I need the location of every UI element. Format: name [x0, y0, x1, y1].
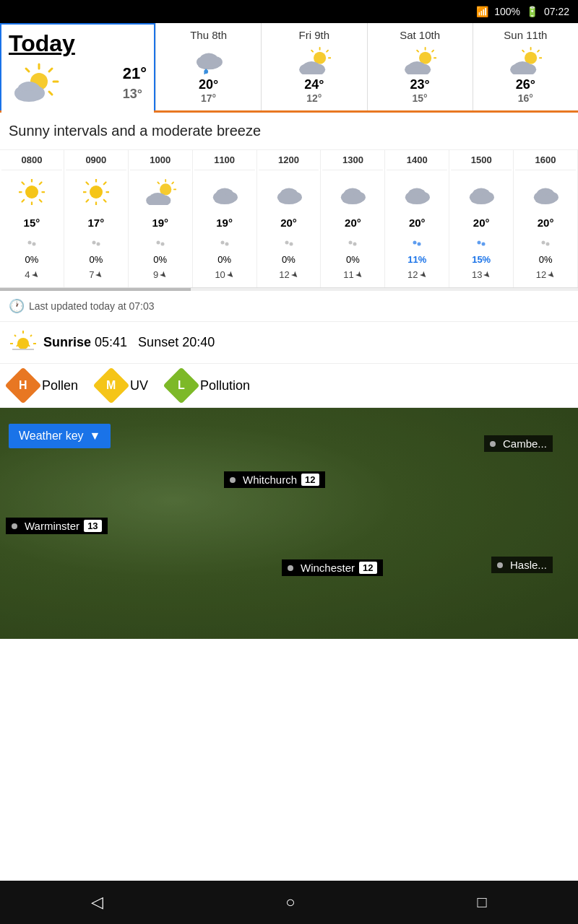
- svg-line-4: [49, 92, 52, 95]
- hour-rain-pct: 15%: [451, 253, 512, 266]
- day-high: 23°: [372, 77, 468, 92]
- weather-description: Sunny intervals and a moderate breeze: [0, 113, 578, 150]
- indicator-pollution[interactable]: L Pollution: [168, 372, 250, 398]
- map-city-name: Warminster: [25, 520, 79, 532]
- today-card[interactable]: Today 21° 13°: [0, 23, 155, 110]
- svg-point-111: [546, 243, 550, 246]
- wind-arrow: ➤: [353, 269, 365, 281]
- today-low: 13°: [123, 85, 147, 103]
- forecast-day-0[interactable]: Thu 8th 20° 17°: [155, 23, 261, 110]
- svg-line-117: [14, 335, 16, 336]
- svg-point-75: [160, 243, 164, 246]
- svg-point-64: [96, 243, 100, 246]
- svg-point-110: [542, 241, 545, 245]
- forecast-header: Today 21° 13°: [0, 23, 578, 113]
- hour-col-1100: 1100 19° 0% 10 ➤: [193, 150, 257, 287]
- hour-wind: 7 ➤: [66, 266, 126, 283]
- wind-arrow: ➤: [288, 269, 301, 281]
- hour-icon: [515, 170, 576, 214]
- hour-temp: 20°: [259, 214, 319, 232]
- indicator-uv[interactable]: M UV: [98, 372, 148, 398]
- map-city-dot: [230, 477, 236, 483]
- today-high: 21°: [123, 63, 147, 85]
- svg-point-103: [471, 196, 492, 205]
- wind-arrow: ➤: [93, 269, 105, 281]
- hour-rain-pct: 0%: [66, 253, 126, 266]
- last-updated-text: Last updated today at 07:03: [29, 300, 155, 312]
- hour-wind: 10 ➤: [194, 266, 255, 283]
- hour-temp: 20°: [515, 214, 576, 232]
- hour-label: 1000: [130, 154, 191, 170]
- svg-point-104: [478, 241, 481, 245]
- hour-icon: [259, 170, 319, 214]
- hour-label: 1600: [515, 154, 576, 170]
- svg-point-52: [27, 241, 31, 245]
- svg-line-56: [104, 183, 106, 185]
- battery-label: 100%: [494, 6, 520, 17]
- map-area[interactable]: Warminster 13 Whitchurch 12 Winchester 1…: [0, 408, 578, 639]
- svg-line-67: [172, 183, 173, 184]
- last-updated: 🕐 Last updated today at 07:03: [0, 291, 578, 322]
- svg-point-81: [225, 243, 228, 246]
- hour-label: 1400: [387, 154, 447, 170]
- hour-wind: 12 ➤: [259, 266, 319, 283]
- back-button[interactable]: ◁: [91, 893, 103, 912]
- svg-point-74: [156, 241, 160, 245]
- hour-label: 0800: [1, 154, 62, 170]
- map-city-value: 12: [359, 562, 376, 574]
- pollution-label: Pollution: [200, 378, 250, 393]
- forecast-day-3[interactable]: Sun 11th 26° 16°: [473, 23, 578, 110]
- day-low: 16°: [478, 92, 574, 104]
- svg-point-98: [413, 241, 417, 245]
- nav-bar: ◁ ○ □: [0, 881, 578, 924]
- hour-icon: [194, 170, 255, 214]
- svg-line-47: [40, 200, 42, 202]
- hour-temp: 19°: [194, 214, 255, 232]
- svg-line-60: [86, 200, 88, 202]
- hour-rain-icon: [322, 232, 383, 253]
- hour-col-1600: 1600 20° 0% 12 ➤: [514, 150, 578, 287]
- pollen-label: Pollen: [42, 378, 78, 393]
- hour-rain-icon: [1, 232, 62, 253]
- map-city-whitchurch[interactable]: Whitchurch 12: [224, 471, 325, 488]
- time-label: 07:22: [544, 6, 569, 17]
- uv-badge-letter: M: [106, 379, 116, 392]
- hour-label: 0900: [66, 154, 126, 170]
- map-city-name: Hasle...: [510, 559, 547, 571]
- sunrise-row: Sunrise 05:41 Sunset 20:40: [0, 322, 578, 364]
- forecast-day-2[interactable]: Sat 10th 23° 15°: [367, 23, 473, 110]
- hour-icon: [130, 170, 191, 214]
- svg-line-38: [523, 51, 525, 52]
- recent-button[interactable]: □: [478, 893, 487, 912]
- map-city-cambe: Cambe...: [484, 435, 553, 452]
- day-low: 15°: [372, 92, 468, 104]
- weather-key-button[interactable]: Weather key ▼: [9, 424, 111, 448]
- weather-key-label: Weather key: [19, 430, 84, 443]
- hour-col-1200: 1200 20° 0% 12 ➤: [257, 150, 322, 287]
- map-city-winchester[interactable]: Winchester 12: [282, 559, 383, 576]
- svg-point-43: [25, 186, 38, 199]
- scroll-indicator: [0, 288, 578, 291]
- map-city-name: Cambe...: [503, 437, 547, 450]
- day-low: 17°: [160, 92, 256, 104]
- home-button[interactable]: ○: [285, 893, 295, 912]
- svg-line-62: [86, 183, 88, 185]
- hour-col-0900: 0900 17° 0% 7 ➤: [64, 150, 129, 287]
- pollution-badge-letter: L: [178, 379, 185, 392]
- hour-rain-icon: [515, 232, 576, 253]
- svg-point-9: [16, 90, 42, 102]
- day-icon: [478, 47, 574, 77]
- hourly-container[interactable]: 0800 15° 0% 4 ➤ 0900: [0, 150, 578, 288]
- hour-label: 1100: [194, 154, 255, 170]
- svg-line-45: [40, 183, 42, 185]
- wind-arrow: ➤: [224, 269, 236, 281]
- map-city-dot: [288, 565, 293, 571]
- day-icon: [266, 47, 362, 77]
- hour-col-1300: 1300 20° 0% 11 ➤: [321, 150, 385, 287]
- hour-rain-icon: [66, 232, 126, 253]
- forecast-day-1[interactable]: Fri 9th 24° 12°: [261, 23, 366, 110]
- wind-arrow: ➤: [417, 269, 429, 281]
- map-city-warminster[interactable]: Warminster 13: [6, 518, 108, 534]
- map-city-dot: [12, 523, 17, 529]
- indicator-pollen[interactable]: H Pollen: [10, 372, 78, 398]
